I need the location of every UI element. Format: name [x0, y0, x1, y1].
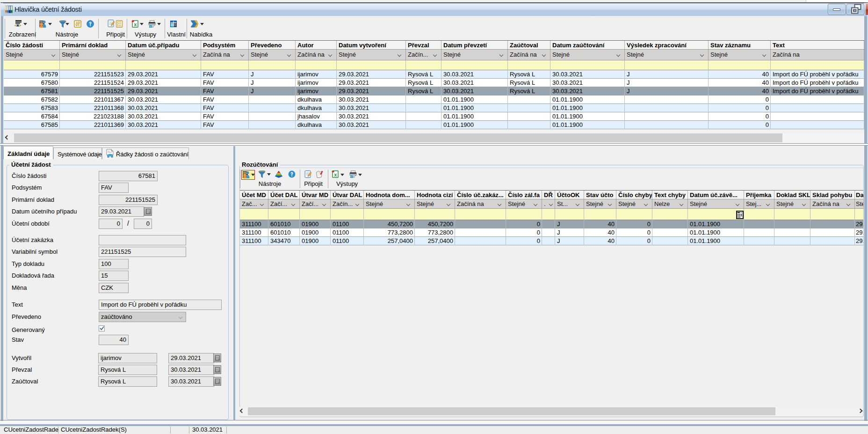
svg-text:x: x	[134, 22, 137, 27]
